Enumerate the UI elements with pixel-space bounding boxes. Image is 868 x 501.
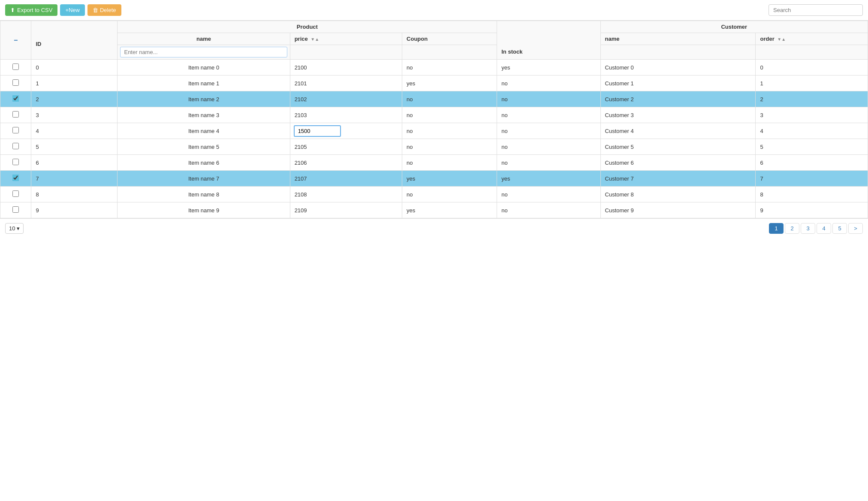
custname-filter-cell bbox=[600, 45, 756, 60]
pagination-bar: 10 ▾ 12345> bbox=[0, 218, 868, 238]
search-area bbox=[769, 4, 863, 16]
price-col-header[interactable]: price ▼▲ bbox=[290, 33, 402, 45]
row-checkbox[interactable] bbox=[12, 79, 19, 86]
order-col-header[interactable]: order ▼▲ bbox=[756, 33, 868, 45]
row-order: 6 bbox=[756, 155, 868, 171]
row-name: Item name 2 bbox=[118, 91, 290, 107]
table-row: 1Item name 12101yesnoCustomer 11 bbox=[0, 75, 868, 91]
row-instock: no bbox=[497, 107, 600, 123]
row-id: 0 bbox=[31, 60, 118, 75]
row-custname: Customer 4 bbox=[600, 123, 756, 139]
table-row: 9Item name 92109yesnoCustomer 99 bbox=[0, 202, 868, 218]
row-order: 7 bbox=[756, 171, 868, 187]
row-price[interactable]: 2109 bbox=[290, 202, 402, 218]
row-instock: no bbox=[497, 155, 600, 171]
trash-icon: 🗑 bbox=[93, 7, 98, 13]
table-body: 0Item name 02100noyesCustomer 001Item na… bbox=[0, 60, 868, 218]
pagination-page-5-button[interactable]: 5 bbox=[832, 223, 847, 234]
pagination-page-4-button[interactable]: 4 bbox=[817, 223, 831, 234]
row-price[interactable]: 2108 bbox=[290, 187, 402, 202]
row-id: 3 bbox=[31, 107, 118, 123]
row-custname: Customer 1 bbox=[600, 75, 756, 91]
delete-button[interactable]: 🗑 Delete bbox=[87, 4, 121, 16]
row-id: 7 bbox=[31, 171, 118, 187]
per-page-select[interactable]: 10 ▾ bbox=[5, 223, 24, 234]
row-price[interactable]: 2103 bbox=[290, 107, 402, 123]
row-name: Item name 3 bbox=[118, 107, 290, 123]
row-custname: Customer 6 bbox=[600, 155, 756, 171]
order-filter-cell bbox=[756, 45, 868, 60]
row-checkbox-cell bbox=[0, 123, 31, 139]
name-filter-input[interactable] bbox=[120, 47, 287, 57]
row-id: 1 bbox=[31, 75, 118, 91]
row-order: 4 bbox=[756, 123, 868, 139]
pagination-page-1-button[interactable]: 1 bbox=[769, 223, 784, 234]
row-price[interactable]: 2101 bbox=[290, 75, 402, 91]
pagination-page-3-button[interactable]: 3 bbox=[801, 223, 815, 234]
row-name: Item name 5 bbox=[118, 139, 290, 155]
export-icon: ⬆ bbox=[10, 7, 15, 13]
row-id: 4 bbox=[31, 123, 118, 139]
row-instock: no bbox=[497, 139, 600, 155]
customer-group-header: Customer bbox=[600, 21, 868, 33]
table-row: 4Item name 4nonoCustomer 44 bbox=[0, 123, 868, 139]
row-coupon: no bbox=[402, 107, 497, 123]
row-checkbox[interactable] bbox=[12, 159, 19, 165]
row-name: Item name 8 bbox=[118, 187, 290, 202]
select-all-header[interactable]: − bbox=[0, 21, 31, 60]
row-checkbox[interactable] bbox=[12, 206, 19, 213]
row-checkbox-cell bbox=[0, 91, 31, 107]
row-order: 5 bbox=[756, 139, 868, 155]
select-all-minus-icon[interactable]: − bbox=[14, 36, 18, 44]
row-instock: no bbox=[497, 75, 600, 91]
row-price[interactable] bbox=[290, 123, 402, 139]
table-row: 3Item name 32103nonoCustomer 33 bbox=[0, 107, 868, 123]
row-checkbox-cell bbox=[0, 75, 31, 91]
row-checkbox[interactable] bbox=[12, 175, 19, 181]
coupon-filter-cell bbox=[402, 45, 497, 60]
row-id: 9 bbox=[31, 202, 118, 218]
row-price[interactable]: 2105 bbox=[290, 139, 402, 155]
search-input[interactable] bbox=[769, 4, 863, 16]
coupon-col-header: Coupon bbox=[402, 33, 497, 45]
row-checkbox[interactable] bbox=[12, 63, 19, 70]
price-sort-icon: ▼▲ bbox=[310, 37, 319, 42]
row-checkbox[interactable] bbox=[12, 190, 19, 197]
row-checkbox[interactable] bbox=[12, 143, 19, 149]
row-checkbox[interactable] bbox=[12, 111, 19, 118]
pagination-next-button[interactable]: > bbox=[848, 223, 863, 234]
row-price[interactable]: 2100 bbox=[290, 60, 402, 75]
row-custname: Customer 0 bbox=[600, 60, 756, 75]
row-checkbox-cell bbox=[0, 107, 31, 123]
price-edit-input[interactable] bbox=[294, 125, 341, 137]
row-name: Item name 0 bbox=[118, 60, 290, 75]
row-checkbox-cell bbox=[0, 187, 31, 202]
row-custname: Customer 7 bbox=[600, 171, 756, 187]
instock-header: In stock bbox=[497, 21, 600, 60]
name-col-header[interactable]: name bbox=[118, 33, 290, 45]
row-price[interactable]: 2107 bbox=[290, 171, 402, 187]
pagination-controls: 12345> bbox=[769, 223, 863, 234]
row-instock: no bbox=[497, 202, 600, 218]
table-row: 0Item name 02100noyesCustomer 00 bbox=[0, 60, 868, 75]
data-table-container: − ID Product In stock Customer name bbox=[0, 21, 868, 218]
table-row: 8Item name 82108nonoCustomer 88 bbox=[0, 187, 868, 202]
row-instock: no bbox=[497, 187, 600, 202]
row-order: 8 bbox=[756, 187, 868, 202]
export-csv-button[interactable]: ⬆ Export to CSV bbox=[5, 4, 57, 16]
row-checkbox[interactable] bbox=[12, 95, 19, 102]
row-price[interactable]: 2102 bbox=[290, 91, 402, 107]
row-coupon: no bbox=[402, 155, 497, 171]
row-order: 0 bbox=[756, 60, 868, 75]
row-checkbox[interactable] bbox=[12, 127, 19, 133]
row-price[interactable]: 2106 bbox=[290, 155, 402, 171]
row-custname: Customer 3 bbox=[600, 107, 756, 123]
row-checkbox-cell bbox=[0, 155, 31, 171]
row-id: 6 bbox=[31, 155, 118, 171]
row-id: 5 bbox=[31, 139, 118, 155]
row-instock: yes bbox=[497, 171, 600, 187]
pagination-page-2-button[interactable]: 2 bbox=[785, 223, 799, 234]
new-button[interactable]: +New bbox=[60, 4, 85, 16]
price-filter-cell bbox=[290, 45, 402, 60]
row-coupon: no bbox=[402, 60, 497, 75]
